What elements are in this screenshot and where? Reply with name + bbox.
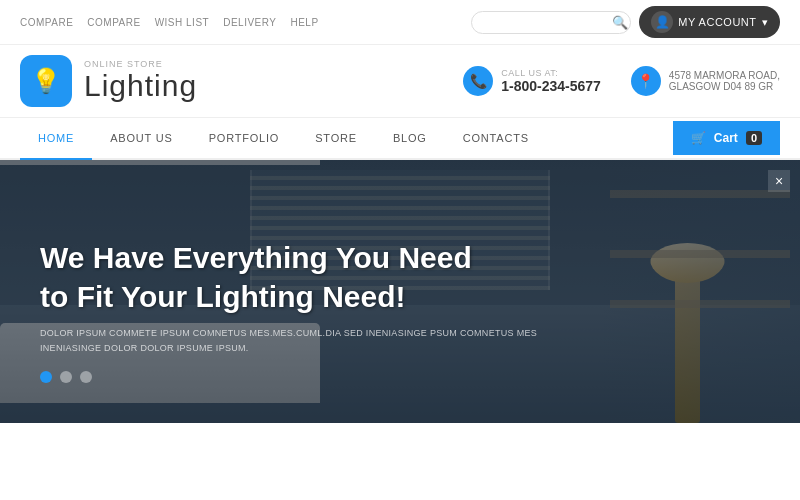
account-label: MY ACCOUNT — [678, 16, 756, 28]
location-icon: 📍 — [637, 73, 654, 89]
phone-contact: 📞 CALL US AT: 1-800-234-5677 — [463, 66, 601, 96]
cart-icon: 🛒 — [691, 131, 706, 145]
brand-name: Lighting — [84, 69, 197, 103]
nav-compare1[interactable]: COMPARE — [20, 17, 73, 28]
main-navigation: HOME ABOUT US PORTFOLIO STORE BLOG CONTA… — [0, 118, 800, 160]
search-input[interactable] — [482, 16, 612, 28]
nav-about-us[interactable]: ABOUT US — [92, 118, 190, 158]
nav-delivery[interactable]: DELIVERY — [223, 17, 276, 28]
store-label: ONLINE STORE — [84, 59, 197, 69]
address-contact: 📍 4578 MARMORA ROAD, GLASGOW D04 89 GR — [631, 66, 780, 96]
close-scroll-button[interactable]: × — [768, 170, 790, 192]
hero-title-line2: to Fit Your Lighting Need! — [40, 280, 406, 313]
account-button[interactable]: 👤 MY ACCOUNT ▾ — [639, 6, 780, 38]
carousel-dot-3[interactable] — [80, 371, 92, 383]
top-bar: COMPARE COMPARE WISH LIST DELIVERY HELP … — [0, 0, 800, 45]
hero-title: We Have Everything You Need to Fit Your … — [40, 238, 540, 316]
cart-button[interactable]: 🛒 Cart 0 — [673, 121, 780, 155]
address-line2: GLASGOW D04 89 GR — [669, 81, 780, 92]
phone-text: CALL US AT: 1-800-234-5677 — [501, 68, 601, 94]
search-button[interactable]: 🔍 — [612, 15, 628, 30]
phone-icon-circle: 📞 — [463, 66, 493, 96]
brand-logo: 💡 ONLINE STORE Lighting — [20, 55, 197, 107]
nav-store[interactable]: STORE — [297, 118, 375, 158]
carousel-dot-2[interactable] — [60, 371, 72, 383]
chevron-down-icon: ▾ — [762, 16, 769, 29]
nav-compare2[interactable]: COMPARE — [87, 17, 140, 28]
avatar: 👤 — [651, 11, 673, 33]
phone-number: 1-800-234-5677 — [501, 78, 601, 94]
cart-label: Cart — [714, 131, 738, 145]
top-right-actions: 🔍 👤 MY ACCOUNT ▾ — [471, 6, 780, 38]
nav-contacts[interactable]: CONTACTS — [445, 118, 547, 158]
carousel-dots — [40, 371, 540, 383]
hero-section: × We Have Everything You Need to Fit You… — [0, 160, 800, 423]
nav-portfolio[interactable]: PORTFOLIO — [191, 118, 298, 158]
address-text: 4578 MARMORA ROAD, GLASGOW D04 89 GR — [669, 70, 780, 92]
user-icon: 👤 — [655, 15, 671, 29]
brand-text: ONLINE STORE Lighting — [84, 59, 197, 103]
nav-blog[interactable]: BLOG — [375, 118, 445, 158]
nav-wishlist[interactable]: WISH LIST — [155, 17, 210, 28]
carousel-dot-1[interactable] — [40, 371, 52, 383]
brand-icon: 💡 — [20, 55, 72, 107]
site-header: 💡 ONLINE STORE Lighting 📞 CALL US AT: 1-… — [0, 45, 800, 118]
phone-label: CALL US AT: — [501, 68, 601, 78]
nav-items-list: HOME ABOUT US PORTFOLIO STORE BLOG CONTA… — [20, 118, 547, 158]
search-box: 🔍 — [471, 11, 631, 34]
hero-title-line1: We Have Everything You Need — [40, 241, 472, 274]
address-line1: 4578 MARMORA ROAD, — [669, 70, 780, 81]
phone-icon: 📞 — [470, 73, 487, 89]
location-icon-circle: 📍 — [631, 66, 661, 96]
top-navigation: COMPARE COMPARE WISH LIST DELIVERY HELP — [20, 17, 319, 28]
nav-home[interactable]: HOME — [20, 118, 92, 160]
hero-subtitle: DOLOR IPSUM COMMETE IPSUM COMNETUS MES.M… — [40, 326, 540, 355]
header-contact: 📞 CALL US AT: 1-800-234-5677 📍 4578 MARM… — [463, 66, 780, 96]
cart-count: 0 — [746, 131, 762, 145]
nav-help[interactable]: HELP — [290, 17, 318, 28]
search-icon: 🔍 — [612, 15, 628, 30]
lightbulb-icon: 💡 — [31, 67, 61, 95]
hero-content: We Have Everything You Need to Fit Your … — [40, 238, 540, 383]
